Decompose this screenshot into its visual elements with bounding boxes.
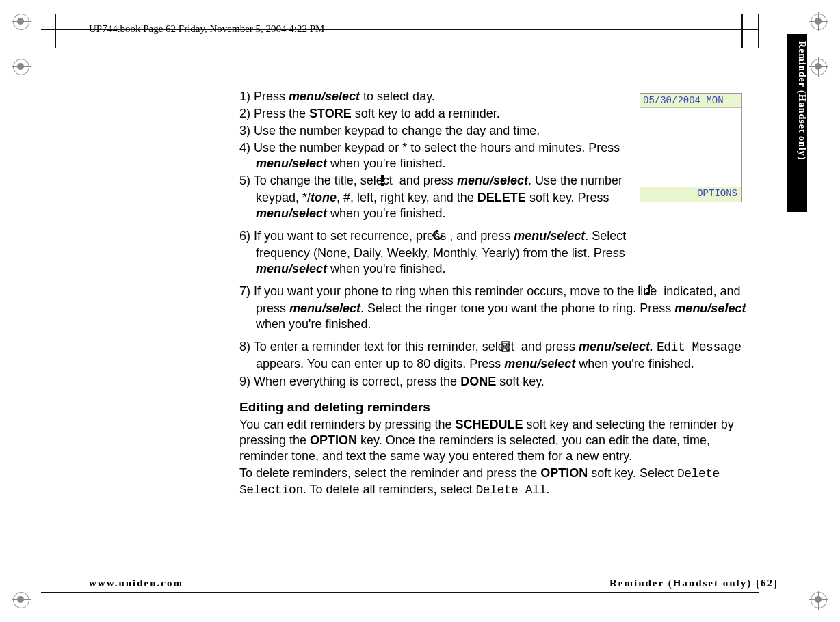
page-meta-header: UP744.book Page 62 Friday, November 5, 2… (89, 23, 324, 35)
step-8: 8) To enter a reminder text for this rem… (239, 339, 749, 372)
delete-paragraph: To delete reminders, select the reminder… (239, 465, 749, 498)
instruction-body: 1) Press menu/select to select day. 2) P… (239, 89, 749, 498)
svg-point-2 (646, 292, 651, 295)
step-7: 7) If you want your phone to ring when t… (239, 284, 749, 332)
svg-rect-0 (381, 175, 384, 182)
svg-rect-3 (502, 342, 509, 351)
step-4: 4) Use the number keypad or * to select … (239, 140, 629, 172)
section-tab: Reminder (Handset only) (787, 34, 807, 212)
edit-paragraph: You can edit reminders by pressing the S… (239, 417, 749, 464)
section-title: Editing and deleting reminders (239, 399, 749, 416)
step-9: 9) When everything is correct, press the… (239, 374, 749, 390)
crop-line (758, 14, 759, 48)
reg-mark-icon (809, 57, 828, 77)
reg-mark-icon (12, 12, 31, 31)
step-1: 1) Press menu/select to select day. (239, 89, 629, 105)
step-6: 6) If you want to set recurrence, press … (239, 228, 629, 277)
svg-rect-1 (381, 183, 384, 186)
footer-url: www.uniden.com (89, 578, 183, 589)
reg-mark-icon (809, 12, 828, 31)
crop-line (741, 14, 743, 48)
ui-label-delete-all: Delete All (476, 483, 547, 497)
step-3: 3) Use the number keypad to change the d… (239, 123, 629, 139)
crop-line (55, 14, 56, 48)
crop-line (41, 592, 759, 593)
footer-section-page: Reminder (Handset only) [62] (609, 578, 778, 589)
reg-mark-icon (12, 591, 31, 610)
reg-mark-icon (809, 591, 828, 610)
step-2: 2) Press the STORE soft key to add a rem… (239, 106, 629, 122)
ui-label-edit-message: Edit Message (657, 340, 741, 354)
reg-mark-icon (12, 57, 31, 77)
step-5: 5) To change the title, select and press… (239, 173, 629, 221)
